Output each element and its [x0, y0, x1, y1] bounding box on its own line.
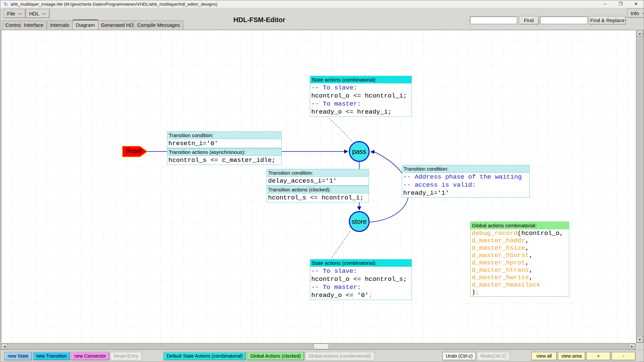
zoom-out-button[interactable]: -	[611, 352, 636, 360]
app-icon: ↻	[4, 2, 8, 7]
global-actions-clocked-button[interactable]: Global Actions (clocked)	[247, 352, 304, 360]
scroll-down-icon[interactable]: ▼	[637, 336, 643, 343]
hdl-menu-button[interactable]: HDL —	[26, 9, 50, 18]
new-transition-button[interactable]: new Transition	[33, 352, 70, 360]
file-menu-button[interactable]: File —	[4, 9, 25, 18]
view-buttons-group: view all view area + -	[531, 352, 636, 360]
scroll-left-icon[interactable]: ◄	[1, 344, 8, 349]
back-transition-box[interactable]: Transition condition: -- Address phase o…	[402, 165, 530, 198]
window-title: ahb_multilayer_instage.hfe (M:/gesichert…	[11, 2, 217, 7]
menu-indicator-icon: —	[642, 12, 644, 15]
diagram-canvas[interactable]: Reset pass store State actions (combinat…	[1, 30, 636, 343]
window-controls: – ❐ ✕	[597, 0, 644, 8]
transition-condition-code[interactable]: -- Address phase of the waiting-- access…	[402, 172, 530, 198]
global-actions-code[interactable]: debug_record(hcontrol_o,d_master_haddr,d…	[470, 229, 569, 297]
horizontal-scrollbar[interactable]: ◄ ►	[1, 343, 636, 350]
vertical-scrollbar[interactable]: ▲ ▼	[636, 30, 643, 343]
transition-actions-title: Transition actions (clocked):	[267, 186, 369, 193]
state-actions-title: State actions (combinatorial):	[310, 259, 412, 266]
transition-condition-title: Transition condition:	[167, 131, 282, 139]
store-transition-box[interactable]: Transition condition: delay_access_i='1'…	[267, 169, 369, 202]
menu-header: File — HDL — HDL-FSM-Editor Find Find & …	[0, 8, 644, 19]
minimize-button-icon[interactable]: –	[597, 0, 613, 8]
hdl-menu-label: HDL	[29, 11, 39, 16]
tab-interface[interactable]: Interface	[20, 20, 47, 29]
transition-actions-code[interactable]: hcontrol_s <= c_master_idle;	[167, 156, 282, 165]
global-actions-title: Global actions combinatorial:	[470, 222, 569, 229]
menu-indicator-icon: —	[42, 12, 46, 15]
create-buttons-group: new State new Transition new Connector R…	[4, 352, 142, 360]
restore-button-icon[interactable]: ❐	[613, 0, 628, 8]
actions-buttons-group: Default State Actions (combinatorial) Gl…	[163, 352, 374, 360]
tab-generated-hdl[interactable]: Generated HDL	[98, 20, 140, 29]
transition-condition-title: Transition condition:	[267, 169, 369, 176]
state-actions-code[interactable]: -- To slave:hcontrol_o <= hcontrol_i;-- …	[310, 83, 412, 117]
store-state-actions-box[interactable]: State actions (combinatorial): -- To sla…	[310, 259, 412, 300]
state-store[interactable]: store	[349, 211, 370, 232]
info-menu-label: Info	[631, 10, 639, 16]
global-actions-box[interactable]: Global actions combinatorial: debug_reco…	[470, 222, 569, 297]
reset-entry-button: Reset Entry	[110, 352, 142, 360]
window-titlebar: ↻ ahb_multilayer_instage.hfe (M:/gesiche…	[0, 0, 644, 8]
tab-internals[interactable]: Internals	[47, 20, 73, 29]
bottom-toolbar: new State new Transition new Connector R…	[0, 350, 644, 362]
redo-button: Redo(Ctrl-Z)	[477, 352, 510, 360]
state-actions-code[interactable]: -- To slave:hcontrol_o <= hcontrol_s;-- …	[310, 266, 412, 300]
transition-condition-code[interactable]: hresetn_i='0'	[167, 139, 282, 148]
view-area-button[interactable]: view area	[558, 352, 585, 360]
menu-indicator-icon: —	[18, 12, 22, 15]
info-menu-button[interactable]: Info —	[627, 9, 644, 18]
tab-compile-messages[interactable]: Compile Messages	[134, 20, 183, 29]
state-pass[interactable]: pass	[349, 141, 370, 162]
scroll-right-icon[interactable]: ►	[629, 344, 635, 349]
tab-diagram[interactable]: Diagram	[72, 19, 98, 30]
transition-actions-code[interactable]: hcontrol_s <= hcontrol_i;	[267, 193, 369, 202]
notebook-tabbar: Control Interface Internals Diagram Gene…	[0, 19, 644, 30]
default-state-actions-button[interactable]: Default State Actions (combinatorial)	[163, 352, 246, 360]
scroll-up-icon[interactable]: ▲	[637, 30, 643, 37]
horizontal-scrollbar-thumb[interactable]	[314, 344, 329, 349]
close-button-icon[interactable]: ✕	[628, 0, 644, 8]
new-state-button[interactable]: new State	[4, 352, 32, 360]
undo-button[interactable]: Undo (Ctrl-z)	[442, 352, 476, 360]
file-menu-label: File	[7, 11, 15, 16]
transition-actions-title: Transition actions (asynchronous):	[167, 148, 282, 156]
transition-condition-title: Transition condition:	[402, 165, 530, 172]
view-all-button[interactable]: view all	[531, 352, 557, 360]
reset-transition-box[interactable]: Transition condition: hresetn_i='0' Tran…	[167, 131, 282, 165]
zoom-in-button[interactable]: +	[586, 352, 610, 360]
pass-state-actions-box[interactable]: State actions (combinatorial): -- To sla…	[310, 76, 412, 117]
reset-connector[interactable]: Reset	[124, 147, 144, 155]
hdl-fsm-editor-window: { "window": { "title": "ahb_multilayer_i…	[0, 0, 644, 362]
global-actions-combinatorial-button: Global Actions (combinatorial)	[305, 352, 374, 360]
new-connector-button[interactable]: new Connector	[71, 352, 109, 360]
undo-redo-group: Undo (Ctrl-z) Redo(Ctrl-Z)	[442, 352, 510, 360]
state-actions-title: State actions (combinatorial):	[310, 76, 412, 83]
transition-condition-code[interactable]: delay_access_i='1'	[267, 176, 369, 186]
